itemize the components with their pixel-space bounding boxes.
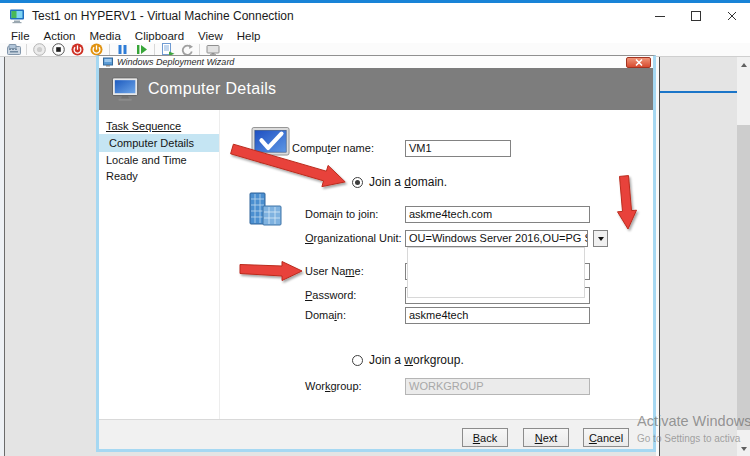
- scroll-up-button[interactable]: [737, 57, 750, 72]
- wizard-header: Computer Details: [96, 68, 656, 110]
- start-vm-button[interactable]: [31, 43, 48, 56]
- toolbar-separator: [26, 44, 27, 55]
- domain-field[interactable]: askme4tech: [405, 307, 590, 324]
- dialog-title: Windows Deployment Wizard: [117, 57, 234, 67]
- pause-icon: [117, 44, 128, 55]
- windows-deployment-wizard-dialog: Windows Deployment Wizard Computer Detai…: [96, 55, 656, 452]
- close-button[interactable]: [714, 3, 750, 29]
- back-button[interactable]: Back: [462, 428, 508, 447]
- next-button[interactable]: Next: [523, 428, 569, 447]
- user-name-label: User Name:: [305, 265, 364, 278]
- vm-left-edge-line: [4, 57, 5, 456]
- hyperv-app-icon: [9, 8, 25, 24]
- menu-help[interactable]: Help: [230, 30, 268, 42]
- close-x-icon: [635, 59, 643, 66]
- host-titlebar: Test1 on HYPERV1 - Virtual Machine Conne…: [0, 3, 750, 29]
- menu-action[interactable]: Action: [37, 30, 83, 42]
- sidebar-item-computer-details[interactable]: Computer Details: [99, 134, 219, 152]
- toolbar-separator: [109, 44, 110, 55]
- enhanced-session-icon: [206, 44, 220, 56]
- organizational-unit-dropdown-list[interactable]: [407, 247, 585, 298]
- domain-to-join-field[interactable]: askme4tech.com: [405, 206, 590, 223]
- menu-view[interactable]: View: [191, 30, 230, 42]
- cancel-button[interactable]: Cancel: [583, 428, 629, 447]
- scrollbar-thumb[interactable]: [737, 125, 750, 430]
- domain-label: Domain:: [305, 309, 346, 322]
- toolbar-separator: [154, 44, 155, 55]
- computer-name-label: Computer name:: [292, 142, 374, 155]
- close-icon: [727, 11, 737, 21]
- toolbar-separator: [199, 44, 200, 55]
- sidebar-item-locale-and-time[interactable]: Locale and Time: [99, 152, 219, 168]
- menu-clipboard[interactable]: Clipboard: [128, 30, 191, 42]
- chevron-up-icon: [741, 63, 747, 67]
- radio-dot: [355, 180, 360, 185]
- workgroup-field: WORKGROUP: [405, 378, 590, 395]
- start-icon: [33, 43, 46, 56]
- computer-header-icon: [112, 77, 140, 102]
- dialog-close-button[interactable]: [626, 57, 651, 68]
- wizard-app-icon: [103, 57, 113, 67]
- computer-check-icon: [250, 127, 292, 165]
- minimize-icon: [655, 11, 665, 21]
- vertical-scrollbar[interactable]: [737, 57, 750, 456]
- menu-file[interactable]: File: [4, 30, 37, 42]
- sidebar-item-ready[interactable]: Ready: [99, 168, 219, 184]
- hyperv-vmconnect-window: Test1 on HYPERV1 - Virtual Machine Conne…: [0, 0, 750, 456]
- vm-accent-line: [660, 91, 738, 93]
- domain-to-join-label: Domain to join:: [305, 208, 378, 221]
- resume-icon: [136, 44, 148, 55]
- vm-right-edge-line: [659, 57, 660, 456]
- menubar: File Action Media Clipboard View Help: [0, 29, 750, 43]
- organizational-unit-label: Organizational Unit:: [305, 232, 402, 245]
- keyboard-icon: [7, 44, 21, 55]
- revert-icon: [180, 44, 193, 56]
- sidebar-item-task-sequence[interactable]: Task Sequence: [99, 118, 219, 134]
- dialog-titlebar: Windows Deployment Wizard: [97, 56, 655, 68]
- window-controls: [642, 3, 750, 29]
- chevron-down-icon: [741, 447, 747, 451]
- dropdown-arrow-icon: [598, 237, 604, 241]
- menu-media[interactable]: Media: [83, 30, 128, 42]
- host-window-title: Test1 on HYPERV1 - Virtual Machine Conne…: [32, 9, 294, 23]
- activate-windows-watermark-subtext: Go to Settings to activa: [637, 433, 740, 444]
- shut-down-icon: [71, 43, 84, 56]
- shut-down-vm-button[interactable]: [69, 43, 86, 56]
- ctrl-alt-del-button[interactable]: [5, 43, 22, 56]
- join-domain-label[interactable]: Join a domain.: [369, 175, 447, 189]
- workgroup-label: Workgroup:: [305, 380, 362, 393]
- join-workgroup-label[interactable]: Join a workgroup.: [369, 353, 464, 367]
- wizard-footer: [99, 419, 653, 449]
- page-title: Computer Details: [148, 80, 276, 98]
- password-label: Password:: [305, 289, 356, 302]
- turn-off-vm-button[interactable]: [50, 43, 67, 56]
- join-domain-radio[interactable]: [352, 177, 363, 188]
- organizational-unit-dropdown-button[interactable]: [593, 230, 608, 247]
- wizard-sidebar: Task Sequence Computer Details Locale an…: [99, 110, 220, 420]
- minimize-button[interactable]: [642, 3, 678, 29]
- activate-windows-watermark: Activate Windows: [637, 413, 750, 429]
- join-workgroup-radio[interactable]: [352, 355, 363, 366]
- computer-name-field[interactable]: VM1: [405, 140, 511, 157]
- maximize-icon: [691, 11, 701, 21]
- maximize-button[interactable]: [678, 3, 714, 29]
- turn-off-icon: [52, 43, 65, 56]
- organizational-unit-field[interactable]: OU=Windows Server 2016,OU=PG Site,O: [405, 230, 588, 247]
- domain-server-icon: [247, 190, 285, 230]
